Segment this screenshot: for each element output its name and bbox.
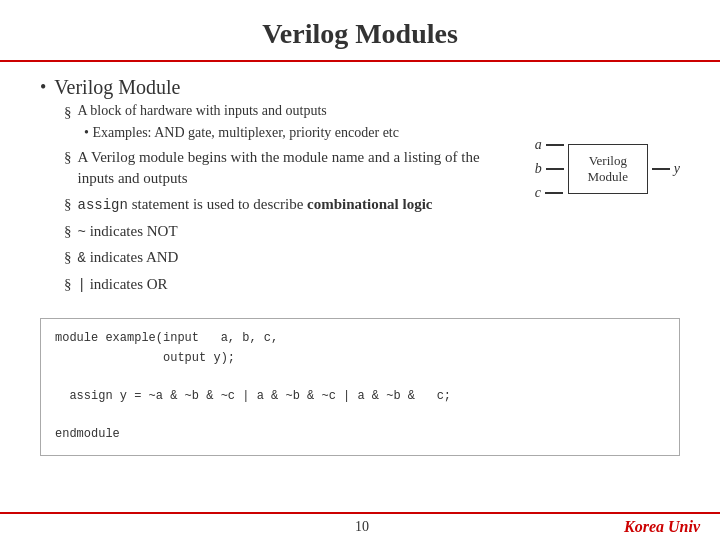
bullet-verilog-begins: § A Verilog module begins with the modul… [64, 147, 520, 189]
slide: Verilog Modules • Verilog Module § A blo… [0, 0, 720, 540]
bullet-and: § & indicates AND [64, 247, 680, 269]
diagram-wrapper: a b c Verilog Mo [535, 137, 680, 201]
input-b-group: b [535, 161, 564, 177]
footer: 10 Korea Univ [0, 512, 720, 540]
input-a-line [546, 144, 564, 146]
verilog-module-box: Verilog Module [568, 144, 648, 194]
sub-bullet-hardware: § A block of hardware with inputs and ou… [64, 103, 680, 121]
content-area: • Verilog Module § A block of hardware w… [0, 62, 720, 310]
bullet-text-3: ~ indicates NOT [78, 221, 178, 243]
bullet-dot: • [40, 77, 46, 98]
bullet-text-4: & indicates AND [78, 247, 179, 269]
code-line-2: output y); [55, 349, 665, 368]
input-a-group: a [535, 137, 564, 153]
assign-keyword: assign [78, 197, 128, 213]
verilog-box-line1: Verilog [581, 153, 635, 169]
input-b-label: b [535, 161, 542, 177]
input-c-group: c [535, 185, 564, 201]
sub-section: § A block of hardware with inputs and ou… [64, 103, 680, 141]
output-line [652, 168, 670, 170]
output-group: y [652, 161, 680, 177]
main-bullet-item: • Verilog Module [40, 76, 680, 99]
diagram-float: a b c Verilog Mo [535, 137, 680, 201]
input-a-label: a [535, 137, 542, 153]
sub-bullet-marker-1: § [64, 104, 72, 121]
slide-title: Verilog Modules [262, 18, 458, 49]
bullet-or: § | indicates OR [64, 274, 680, 296]
bullet-not: § ~ indicates NOT [64, 221, 680, 243]
bullet-marker-2: § [64, 196, 72, 213]
code-block: module example(input a, b, c, output y);… [40, 318, 680, 455]
input-b-line [546, 168, 564, 170]
code-line-3 [55, 368, 665, 387]
pipe-symbol: | [78, 277, 86, 293]
tilde-symbol: ~ [78, 224, 86, 240]
bullet-text-2: assign statement is used to describe com… [78, 194, 433, 216]
title-area: Verilog Modules [0, 0, 720, 62]
input-c-label: c [535, 185, 541, 201]
input-c-line [545, 192, 563, 194]
code-line-1: module example(input a, b, c, [55, 329, 665, 348]
bullet-assign: § assign statement is used to describe c… [64, 194, 520, 216]
page-number: 10 [100, 519, 624, 535]
verilog-box-line2: Module [581, 169, 635, 185]
input-labels: a b c [535, 137, 564, 201]
combinational-logic-text: combinational logic [307, 196, 432, 212]
bullet-marker-5: § [64, 276, 72, 293]
examples-text: • Examples: AND gate, multiplexer, prior… [84, 125, 399, 140]
university-name: Korea Univ [624, 518, 700, 536]
bullet-text-1: A Verilog module begins with the module … [78, 147, 520, 189]
bullet-marker-3: § [64, 223, 72, 240]
code-line-4: assign y = ~a & ~b & ~c | a & ~b & ~c | … [55, 387, 665, 406]
bullet-text-5: | indicates OR [78, 274, 168, 296]
code-line-6: endmodule [55, 425, 665, 444]
output-label: y [674, 161, 680, 177]
code-line-5 [55, 406, 665, 425]
bullet-marker-1: § [64, 149, 72, 166]
sub-bullet-text-1: A block of hardware with inputs and outp… [78, 103, 327, 119]
amp-symbol: & [78, 250, 86, 266]
main-bullet-text: Verilog Module [54, 76, 180, 99]
main-bullets-section: a b c Verilog Mo [64, 147, 680, 295]
bullet-marker-4: § [64, 249, 72, 266]
